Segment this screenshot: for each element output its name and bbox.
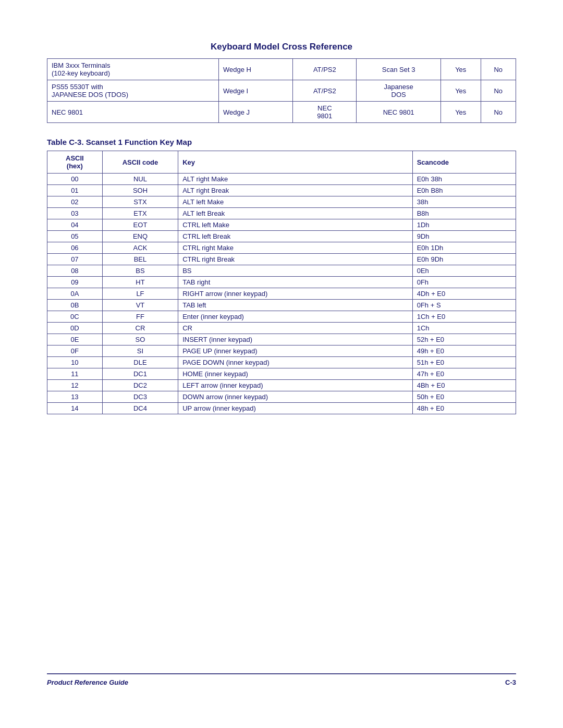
scancode-cell: E0h 1Dh [412, 242, 516, 254]
scancode-cell: E0h 38h [412, 174, 516, 185]
ascii-hex-cell: 0E [47, 334, 103, 346]
scancode-cell: E0h 9Dh [412, 254, 516, 265]
key-cell: ALT right Break [178, 185, 413, 196]
scancode-cell: 0Fh + S [412, 300, 516, 311]
ascii-code-cell: SO [102, 334, 178, 346]
cross-ref-cell: No [481, 80, 516, 102]
scancode-cell: 1Ch + E0 [412, 311, 516, 323]
scancode-cell: 51h + E0 [412, 357, 516, 368]
page: Keyboard Model Cross Reference IBM 3xxx … [0, 0, 563, 728]
ascii-hex-cell: 06 [47, 242, 103, 254]
ascii-code-cell: EOT [102, 219, 178, 231]
ascii-code-cell: SI [102, 346, 178, 357]
scancode-cell: 49h + E0 [412, 346, 516, 357]
ascii-code-cell: BS [102, 265, 178, 277]
table-row: 13DC3DOWN arrow (inner keypad)50h + E0 [47, 391, 516, 403]
ascii-hex-cell: 0B [47, 300, 103, 311]
ascii-code-cell: VT [102, 300, 178, 311]
table-row: 12DC2LEFT arrow (inner keypad)4Bh + E0 [47, 380, 516, 391]
cross-ref-cell: Japanese DOS [357, 80, 441, 102]
footer: Product Reference Guide C-3 [47, 673, 516, 686]
cross-ref-cell: No [481, 59, 516, 80]
key-cell: HOME (inner keypad) [178, 368, 413, 380]
key-cell: Enter (inner keypad) [178, 311, 413, 323]
table-row: 04EOTCTRL left Make1Dh [47, 219, 516, 231]
ascii-hex-cell: 14 [47, 403, 103, 414]
footer-guide-label: Product Reference Guide [47, 678, 128, 686]
table-row: 0CFFEnter (inner keypad)1Ch + E0 [47, 311, 516, 323]
ascii-code-cell: DC1 [102, 368, 178, 380]
scancode-cell: 0Fh [412, 277, 516, 288]
key-cell: ALT right Make [178, 174, 413, 185]
ascii-hex-cell: 0C [47, 311, 103, 323]
key-cell: TAB left [178, 300, 413, 311]
scanset-header: ASCII code [102, 151, 178, 174]
main-content: Keyboard Model Cross Reference IBM 3xxx … [47, 42, 516, 652]
ascii-hex-cell: 02 [47, 196, 103, 208]
ascii-hex-cell: 05 [47, 231, 103, 242]
table-row: 0DCRCR1Ch [47, 323, 516, 334]
ascii-code-cell: DC4 [102, 403, 178, 414]
ascii-code-cell: DC2 [102, 380, 178, 391]
ascii-hex-cell: 11 [47, 368, 103, 380]
table-row: 0ESOINSERT (inner keypad)52h + E0 [47, 334, 516, 346]
ascii-code-cell: STX [102, 196, 178, 208]
ascii-code-cell: NUL [102, 174, 178, 185]
scancode-cell: 47h + E0 [412, 368, 516, 380]
ascii-hex-cell: 03 [47, 208, 103, 219]
cross-ref-cell: AT/PS2 [293, 80, 357, 102]
scancode-cell: 9Dh [412, 231, 516, 242]
cross-ref-cell: Yes [440, 102, 481, 123]
table-row: 05ENQCTRL left Break9Dh [47, 231, 516, 242]
footer-page-number: C-3 [505, 678, 516, 686]
ascii-code-cell: LF [102, 288, 178, 300]
ascii-code-cell: ENQ [102, 231, 178, 242]
table-row: 0ALFRIGHT arrow (inner keypad)4Dh + E0 [47, 288, 516, 300]
table-row: 02STXALT left Make38h [47, 196, 516, 208]
key-cell: CTRL left Break [178, 231, 413, 242]
key-cell: CTRL left Make [178, 219, 413, 231]
scancode-cell: B8h [412, 208, 516, 219]
table-row: 03ETXALT left BreakB8h [47, 208, 516, 219]
scancode-cell: E0h B8h [412, 185, 516, 196]
key-cell: ALT left Break [178, 208, 413, 219]
ascii-hex-cell: 00 [47, 174, 103, 185]
key-cell: RIGHT arrow (inner keypad) [178, 288, 413, 300]
scanset-table: ASCII (hex)ASCII codeKeyScancode 00NULAL… [47, 151, 516, 414]
ascii-code-cell: SOH [102, 185, 178, 196]
ascii-code-cell: ETX [102, 208, 178, 219]
scancode-cell: 4Dh + E0 [412, 288, 516, 300]
key-cell: DOWN arrow (inner keypad) [178, 391, 413, 403]
cross-ref-cell: IBM 3xxx Terminals (102-key keyboard) [47, 59, 219, 80]
scancode-cell: 38h [412, 196, 516, 208]
table-row: 01SOHALT right BreakE0h B8h [47, 185, 516, 196]
table-row: 00NULALT right MakeE0h 38h [47, 174, 516, 185]
key-cell: PAGE UP (inner keypad) [178, 346, 413, 357]
scancode-cell: 50h + E0 [412, 391, 516, 403]
cross-ref-cell: Wedge H [219, 59, 293, 80]
cross-ref-cell: No [481, 102, 516, 123]
cross-ref-cell: NEC 9801 [357, 102, 441, 123]
scanset-header: Scancode [412, 151, 516, 174]
cross-ref-cell: Scan Set 3 [357, 59, 441, 80]
ascii-hex-cell: 12 [47, 380, 103, 391]
cross-ref-cell: Yes [440, 80, 481, 102]
ascii-code-cell: DLE [102, 357, 178, 368]
ascii-hex-cell: 10 [47, 357, 103, 368]
key-cell: BS [178, 265, 413, 277]
cross-ref-cell: AT/PS2 [293, 59, 357, 80]
scanset-header: ASCII (hex) [47, 151, 103, 174]
ascii-code-cell: ACK [102, 242, 178, 254]
ascii-hex-cell: 01 [47, 185, 103, 196]
ascii-hex-cell: 0F [47, 346, 103, 357]
table-row: 14DC4UP arrow (inner keypad)48h + E0 [47, 403, 516, 414]
key-cell: TAB right [178, 277, 413, 288]
table-row: 0BVTTAB left0Fh + S [47, 300, 516, 311]
ascii-hex-cell: 04 [47, 219, 103, 231]
scancode-cell: 1Ch [412, 323, 516, 334]
table-row: 06ACKCTRL right MakeE0h 1Dh [47, 242, 516, 254]
cross-ref-cell: Wedge J [219, 102, 293, 123]
key-cell: CTRL right Make [178, 242, 413, 254]
ascii-code-cell: DC3 [102, 391, 178, 403]
table-row: 08BSBS0Eh [47, 265, 516, 277]
